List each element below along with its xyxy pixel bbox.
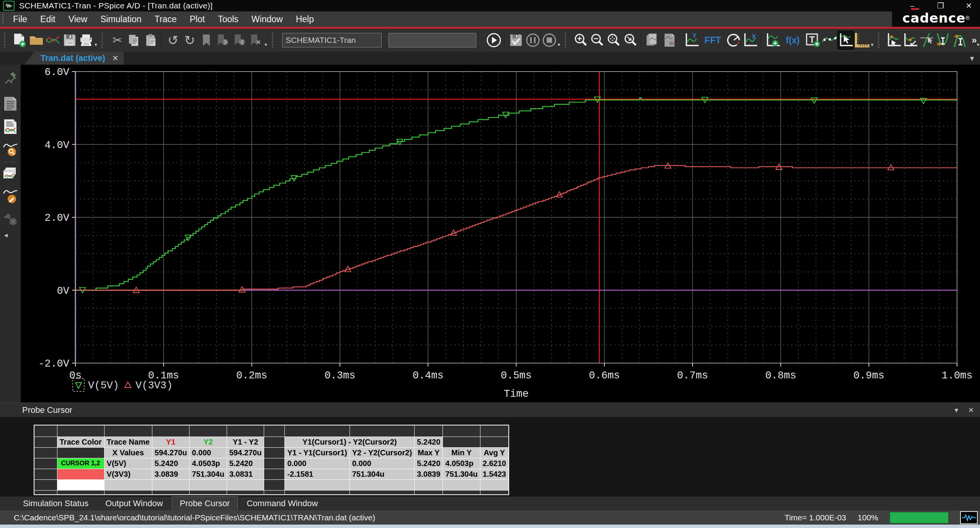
bottom-tab-simulation-status[interactable]: Simulation Status bbox=[15, 497, 96, 510]
probe-panel-collapse-icon[interactable]: ▾ bbox=[955, 406, 958, 414]
menu-bar: FileEditViewSimulationTracePlotToolsWind… bbox=[0, 11, 980, 29]
view-simulation-results-icon[interactable] bbox=[0, 140, 21, 159]
app-icon bbox=[3, 1, 15, 11]
status-file-path: C:\Cadence\SPB_24.1\share\orcad\tutorial… bbox=[14, 513, 375, 522]
cursor-max-button[interactable] bbox=[952, 31, 969, 49]
zoom-in-button[interactable] bbox=[572, 31, 589, 49]
tab-tran-dat[interactable]: Tran.dat (active) ✕ bbox=[24, 52, 124, 65]
table-cell: 594.270u bbox=[227, 447, 264, 458]
bottom-tab-probe-cursor[interactable]: Probe Cursor bbox=[172, 497, 238, 510]
open-file-button[interactable] bbox=[28, 31, 44, 49]
table-cell bbox=[152, 490, 189, 495]
probe-panel-close-icon[interactable]: ✕ bbox=[968, 406, 974, 414]
menu-item-view[interactable]: View bbox=[62, 14, 94, 24]
bottom-tab-output-window[interactable]: Output Window bbox=[98, 497, 170, 510]
stop-button[interactable] bbox=[541, 31, 557, 49]
log-y-axis-button[interactable]: Y bbox=[683, 31, 700, 49]
table-cell bbox=[264, 447, 285, 458]
next-bookmark-button[interactable] bbox=[215, 31, 231, 49]
redo-button[interactable]: ↻ bbox=[181, 31, 198, 49]
cursor-peak-button[interactable] bbox=[885, 31, 902, 49]
mark-data-points-button[interactable] bbox=[821, 31, 837, 49]
toolbar-overflow-button[interactable]: » bbox=[972, 35, 977, 46]
menu-item-help[interactable]: Help bbox=[289, 14, 320, 24]
log-x-axis-button[interactable]: X bbox=[742, 31, 759, 49]
cursor-slope-button[interactable] bbox=[919, 31, 935, 49]
toolbar-overflow-caret[interactable]: ▾ bbox=[977, 42, 980, 47]
run-button[interactable] bbox=[485, 31, 502, 49]
menu-item-plot[interactable]: Plot bbox=[183, 14, 211, 24]
menu-item-file[interactable]: File bbox=[7, 14, 34, 24]
menu-item-trace[interactable]: Trace bbox=[148, 14, 183, 24]
previous-bookmark-button[interactable] bbox=[231, 31, 248, 49]
cursor-trough-button[interactable] bbox=[902, 31, 918, 49]
add-trace-button[interactable] bbox=[764, 31, 781, 49]
print-dropdown-caret[interactable]: ▾ bbox=[95, 42, 97, 47]
tab-list-caret[interactable]: ▼ bbox=[969, 55, 975, 63]
window-title: SCHEMATIC1-Tran - PSpice A/D - [Tran.dat… bbox=[19, 1, 213, 10]
table-cell bbox=[57, 447, 104, 458]
x-tick-label: 0.7ms bbox=[677, 370, 708, 381]
toolbar-grip bbox=[272, 33, 277, 48]
bottom-tab-command-window[interactable]: Command Window bbox=[239, 497, 325, 510]
table-row: X Values594.270u0.000594.270uY1 - Y1(Cur… bbox=[34, 447, 509, 458]
waveform-document-icon[interactable] bbox=[0, 117, 21, 136]
waveform-plot-canvas[interactable]: 0s0.1ms0.2ms0.3ms0.4ms0.5ms0.6ms0.7ms0.8… bbox=[21, 65, 980, 403]
paste-button[interactable] bbox=[142, 31, 159, 49]
save-button[interactable] bbox=[61, 31, 78, 49]
performance-analysis-button[interactable] bbox=[725, 31, 742, 49]
simulation-settings-icon[interactable] bbox=[0, 210, 21, 228]
append-waveform-button[interactable] bbox=[44, 31, 61, 49]
table-cell bbox=[104, 490, 152, 495]
menu-item-edit[interactable]: Edit bbox=[34, 14, 62, 24]
y-tick-label: -2.0V bbox=[38, 358, 70, 370]
tab-close-icon[interactable]: ✕ bbox=[112, 54, 119, 63]
evaluate-function-button[interactable]: f(x) bbox=[781, 31, 804, 49]
pspice-document-icon[interactable] bbox=[0, 95, 21, 113]
simulation-combo[interactable] bbox=[389, 33, 476, 47]
legend-marker-v5v bbox=[75, 383, 82, 388]
print-button[interactable] bbox=[78, 31, 94, 49]
pause-button[interactable] bbox=[524, 31, 541, 49]
pin-icon[interactable] bbox=[0, 69, 21, 88]
waveform-windows-icon[interactable] bbox=[0, 165, 21, 184]
measurement-ruler-button[interactable] bbox=[854, 31, 871, 49]
menu-item-window[interactable]: Window bbox=[245, 14, 289, 24]
probe-cursor-table[interactable]: Trace ColorTrace NameY1Y2Y1 - Y2Y1(Curso… bbox=[34, 425, 509, 495]
zoom-area-button[interactable] bbox=[622, 31, 639, 49]
simulation-profile-input[interactable] bbox=[282, 33, 382, 47]
legend-label-v3v3[interactable]: V(3V3) bbox=[136, 380, 173, 391]
edit-simulation-profile-icon[interactable] bbox=[0, 187, 21, 206]
table-cell bbox=[57, 425, 104, 437]
fft-button[interactable]: FFT bbox=[700, 31, 725, 49]
save-simulation-results-button[interactable] bbox=[508, 31, 524, 49]
table-cell bbox=[350, 425, 414, 437]
clear-bookmarks-button[interactable] bbox=[248, 31, 265, 49]
legend-label-v5v[interactable]: V(5V) bbox=[88, 380, 119, 391]
copy-button[interactable] bbox=[126, 31, 142, 49]
bookmark-dropdown-caret[interactable]: ▾ bbox=[265, 42, 267, 47]
menu-item-tools[interactable]: Tools bbox=[211, 14, 245, 24]
table-cell bbox=[152, 425, 189, 437]
zoom-fit-button[interactable] bbox=[606, 31, 622, 49]
run-dropdown-caret[interactable]: ▾ bbox=[558, 42, 560, 47]
table-cell bbox=[285, 479, 350, 490]
insert-text-button[interactable]: T bbox=[804, 31, 821, 49]
toggle-cursor-button[interactable] bbox=[838, 31, 854, 49]
new-simulation-button[interactable] bbox=[11, 31, 28, 49]
cursor-dropdown-caret[interactable]: ▾ bbox=[871, 42, 874, 47]
zoom-out-button[interactable] bbox=[589, 31, 605, 49]
plot-area: 0s0.1ms0.2ms0.3ms0.4ms0.5ms0.6ms0.7ms0.8… bbox=[21, 65, 980, 403]
cut-button[interactable]: ✂ bbox=[109, 31, 126, 49]
undo-button[interactable]: ↺ bbox=[165, 31, 181, 49]
cursor-min-button[interactable] bbox=[935, 31, 952, 49]
x-tick-label: 1.0ms bbox=[941, 370, 972, 381]
table-cell bbox=[443, 425, 480, 437]
copy-plot-to-clipboard-button[interactable] bbox=[645, 31, 661, 49]
table-cell: 4.0503p bbox=[189, 458, 227, 469]
bookmark-button[interactable] bbox=[198, 31, 214, 49]
paste-plot-button[interactable] bbox=[661, 31, 678, 49]
menu-item-simulation[interactable]: Simulation bbox=[94, 14, 148, 24]
toolbar-separator bbox=[504, 32, 505, 48]
sidebar-collapse-arrow-icon[interactable]: ◄ bbox=[3, 232, 21, 238]
